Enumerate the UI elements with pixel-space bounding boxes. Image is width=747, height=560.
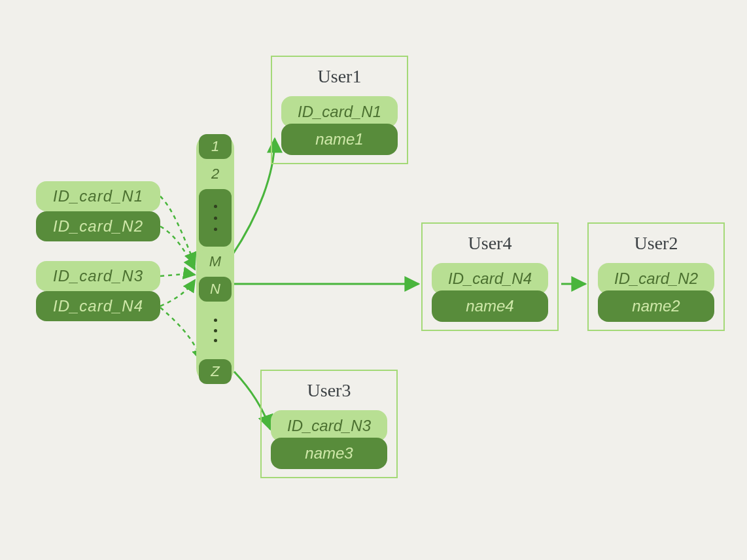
user1-name: name1 xyxy=(281,124,398,155)
user2-card: User2 ID_card_N2 name2 xyxy=(587,222,725,331)
user1-card: User1 ID_card_N1 name1 xyxy=(271,56,408,164)
hash-slot-n-label: N xyxy=(210,281,220,298)
user4-id: ID_card_N4 xyxy=(432,263,548,294)
user3-card: User3 ID_card_N3 name3 xyxy=(260,370,398,478)
user2-name: name2 xyxy=(598,290,714,322)
hash-slot-z-label: Z xyxy=(211,363,219,380)
id-input-3-label: ID_card_N3 xyxy=(53,267,143,285)
arrow-id3-to-hash xyxy=(160,274,195,276)
hash-slot-2: 2 xyxy=(199,162,232,186)
hash-slot-m: M xyxy=(199,249,232,274)
id-input-2-label: ID_card_N2 xyxy=(53,217,143,236)
arrow-id4-to-z xyxy=(160,307,201,361)
user1-title: User1 xyxy=(277,66,402,87)
id-input-2: ID_card_N2 xyxy=(36,211,160,241)
user3-title: User3 xyxy=(267,380,391,401)
hash-slot-2-label: 2 xyxy=(211,166,219,183)
id-input-1: ID_card_N1 xyxy=(36,181,160,211)
arrow-hash-to-user1 xyxy=(232,139,275,255)
user4-card: User4 ID_card_N4 name4 xyxy=(421,222,559,331)
arrow-id2-to-hash xyxy=(160,226,195,270)
user4-title: User4 xyxy=(428,233,552,254)
id-input-4-label: ID_card_N4 xyxy=(53,297,143,315)
hash-slot-1: 1 xyxy=(199,134,232,159)
user3-name: name3 xyxy=(271,438,387,469)
diagram-stage: { "id_inputs": { "items": ["ID_card_N1",… xyxy=(0,0,747,560)
id-input-4: ID_card_N4 xyxy=(36,291,160,321)
arrow-id4-to-hash xyxy=(160,280,195,306)
user3-id: ID_card_N3 xyxy=(271,410,387,442)
hash-ellipsis-upper xyxy=(199,189,232,247)
id-input-3: ID_card_N3 xyxy=(36,261,160,291)
user2-title: User2 xyxy=(594,233,718,254)
user2-id: ID_card_N2 xyxy=(598,263,714,294)
hash-slot-n: N xyxy=(199,277,232,302)
arrow-id1-to-hash xyxy=(160,196,195,264)
hash-slot-z: Z xyxy=(199,359,232,384)
id-input-1-label: ID_card_N1 xyxy=(53,187,143,205)
user1-id: ID_card_N1 xyxy=(281,96,398,128)
hash-slot-m-label: M xyxy=(209,253,221,270)
hash-ellipsis-lower xyxy=(199,304,232,357)
hash-slot-1-label: 1 xyxy=(211,138,219,155)
user4-name: name4 xyxy=(432,290,548,322)
